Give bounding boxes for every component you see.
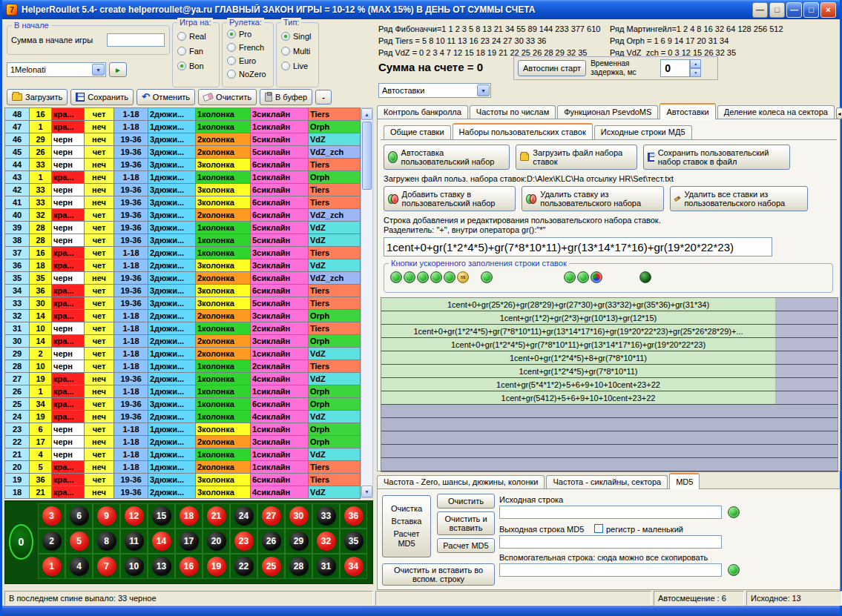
table-row[interactable]: 431кра...неч1-181дюжи...1колонка1сиклайн… (5, 171, 361, 184)
table-row[interactable]: 2719кра...неч19-362дюжи...1колонка4сикла… (5, 373, 361, 385)
quick-chip-button[interactable] (591, 271, 602, 283)
board-number-22[interactable]: 22 (230, 554, 257, 579)
table-row[interactable]: 236чернчет1-181дюжи...3колонка1сиклайнOr… (5, 423, 361, 436)
collapse-button[interactable]: - (315, 90, 332, 105)
board-number-5[interactable]: 5 (65, 529, 93, 554)
table-row[interactable]: 3716кра...чет1-182дюжи...1колонка3сиклай… (5, 247, 361, 259)
board-number-25[interactable]: 25 (257, 554, 285, 579)
md5-aux-input[interactable] (499, 563, 722, 577)
radio-nozero[interactable]: NoZero (227, 70, 266, 79)
board-number-6[interactable]: 6 (65, 503, 93, 529)
tab-md5-source-strings[interactable]: Исходные строки МД5 (594, 125, 692, 139)
tab-general-bets[interactable]: Общие ставки (384, 125, 451, 139)
spinner-up-icon[interactable]: ▲ (690, 59, 701, 68)
table-row[interactable]: 2534кра...чет19-363дюжи...1колонка6сикла… (5, 398, 361, 411)
board-number-4[interactable]: 4 (65, 554, 93, 579)
table-row[interactable]: 1936кра...чет19-363дюжи...3колонка6сикла… (5, 474, 361, 486)
tab-freq-sixlines-sectors[interactable]: Частота - сиклайны, сектора (546, 475, 668, 489)
md5-source-input[interactable] (499, 506, 722, 519)
table-row[interactable]: 3535черннеч19-363дюжи...2колонка6сиклайн… (5, 272, 361, 285)
table-row[interactable]: 4629черннеч19-363дюжи...2колонка5сиклайн… (5, 133, 361, 146)
board-number-8[interactable]: 8 (93, 529, 120, 554)
table-row[interactable]: 471кра...неч1-181дюжи...1колонка1сиклайн… (5, 121, 361, 133)
table-row[interactable]: 4433черннеч19-363дюжи...3колонка6сиклайн… (5, 159, 361, 171)
delay-spinner[interactable]: 0 ▲ ▼ (660, 59, 701, 77)
bet-list-item[interactable]: 1cent+0+gr(1*2*4*5)+8+gr(7*8*10*11) (381, 351, 838, 365)
table-row[interactable]: 3214кра...чет1-182дюжи...2колонка3сиклай… (5, 310, 361, 322)
board-number-18[interactable]: 18 (175, 503, 203, 529)
board-number-17[interactable]: 17 (175, 529, 203, 554)
autobets-combo[interactable]: Автоставки ▼ (378, 83, 491, 98)
board-number-16[interactable]: 16 (175, 554, 203, 579)
autospin-start-button[interactable]: Автоспин старт (518, 60, 586, 76)
bet-list-item[interactable]: 1cent+0+gr(1*2*4*5)+gr(7*8*10*11)+gr(13*… (381, 338, 838, 351)
board-number-12[interactable]: 12 (120, 503, 148, 529)
load-button[interactable]: Загрузить (7, 89, 68, 105)
table-row[interactable]: 3618кра...чет1-182дюжи...3колонка3сиклай… (5, 259, 361, 272)
table-row[interactable]: 3014кра...чет1-182дюжи...2колонка3сиклай… (5, 335, 361, 348)
save-bet-file-button[interactable]: Сохранить пользовательский набор ставок … (643, 145, 790, 170)
quick-chip-button[interactable] (481, 271, 493, 283)
md5-lowercase-checkbox[interactable] (594, 524, 603, 533)
quick-chip-button[interactable] (417, 271, 429, 283)
bet-string-input[interactable] (384, 237, 772, 256)
table-row[interactable]: 292чернчет1-181дюжи...2колонка1сиклайнVd… (5, 348, 361, 360)
scroll-up-icon[interactable]: ▲ (361, 108, 372, 120)
add-bet-button[interactable]: Добавить ставку в пользовательский набор (384, 186, 516, 211)
table-row[interactable]: 2419кра...неч19-362дюжи...1колонка4сикла… (5, 411, 361, 423)
board-number-2[interactable]: 2 (38, 529, 65, 554)
quick-chip-button[interactable] (639, 271, 651, 283)
table-row[interactable]: 3110чернчет1-181дюжи...1колонка2сиклайнT… (5, 322, 361, 335)
quick-chip-button[interactable] (577, 271, 589, 283)
play-button[interactable]: ► (109, 62, 127, 77)
save-button[interactable]: Сохранить (70, 89, 134, 105)
board-number-21[interactable]: 21 (203, 503, 230, 529)
radio-euro[interactable]: Euro (227, 56, 256, 65)
quick-chip-button[interactable] (430, 271, 442, 283)
minimize-button[interactable]: — (786, 2, 802, 18)
table-row[interactable]: 4816кра...чет1-182дюжи...1колонка3сиклай… (5, 108, 361, 121)
bet-list-item[interactable]: 1cent+gr(5*4*1*2)+5+6+9+10+10cent+23+22 (381, 378, 838, 391)
bet-list-item[interactable]: 1cent+gr(1*2*4*5)+gr(7*8*10*11) (381, 365, 838, 378)
md5-clear-button[interactable]: Очистить (437, 494, 495, 509)
scrollbar-thumb[interactable] (362, 122, 372, 190)
table-row[interactable]: 4526чернчет19-363дюжи...2колонка5сиклайн… (5, 146, 361, 159)
board-number-9[interactable]: 9 (93, 503, 120, 529)
radio-bon[interactable]: Bon (177, 62, 204, 70)
md5-clear-paste-button[interactable]: Очистить и вставить (437, 511, 495, 535)
board-number-33[interactable]: 33 (312, 503, 340, 529)
board-number-29[interactable]: 29 (285, 529, 312, 554)
tab-bankroll-control[interactable]: Контроль банкролла (377, 105, 468, 119)
scroll-down-icon[interactable]: ▼ (361, 486, 372, 497)
autobet-user-set-button[interactable]: Автоставка пользовательский набор (384, 145, 510, 170)
spinner-down-icon[interactable]: ▼ (690, 68, 701, 77)
start-sum-input[interactable] (107, 33, 165, 47)
clear-button[interactable]: Очистить (198, 89, 257, 105)
board-number-36[interactable]: 36 (340, 503, 367, 529)
delete-bet-button[interactable]: Удалить ставку из пользовательского набо… (522, 186, 664, 211)
radio-live[interactable]: Live (281, 62, 308, 70)
delay-value[interactable]: 0 (660, 59, 690, 77)
md5-output-input[interactable] (499, 535, 722, 549)
table-row[interactable]: 3330кра...чет19-363дюжи...3колонка5сикла… (5, 297, 361, 310)
tab-freq-zero-chances[interactable]: Частота - Zero, шансы, дюжины, колонки (377, 475, 545, 489)
board-number-0[interactable]: 0 (9, 524, 33, 560)
table-row[interactable]: 4233черннеч19-363дюжи...3колонка6сиклайн… (5, 184, 361, 196)
table-row[interactable]: 3436кра...чет19-363дюжи...3колонка6сикла… (5, 285, 361, 297)
bet-list-item[interactable]: 1cent+gr(5412)+5+6+9+10+10cent+23+22 (381, 391, 838, 405)
radio-french[interactable]: French (227, 43, 264, 52)
table-row[interactable]: 2810чернчет1-181дюжи...1колонка2сиклайнT… (5, 360, 361, 373)
quick-chip-button[interactable] (390, 271, 402, 283)
board-number-1[interactable]: 1 (38, 554, 65, 579)
table-row[interactable]: 2217черннеч1-182дюжи...2колонка3сиклайнO… (5, 436, 361, 448)
delete-all-bets-button[interactable]: Удалить все ставки из пользовательского … (670, 186, 808, 211)
quick-chip-button[interactable]: 5$ (457, 271, 469, 283)
board-number-11[interactable]: 11 (120, 529, 148, 554)
bet-list-item[interactable]: 1cent+0+gr(25*26)+gr(28*29)+gr(27*30)+gr… (381, 298, 838, 311)
tab-autobets[interactable]: Автоставки (660, 103, 715, 119)
board-number-26[interactable]: 26 (257, 529, 285, 554)
board-number-10[interactable]: 10 (120, 554, 148, 579)
undo-button[interactable]: ↶Отменить (137, 89, 195, 105)
table-row[interactable]: 214чернчет1-181дюжи...1колонка1сиклайнVd… (5, 448, 361, 461)
table-row[interactable]: 205кра...неч1-181дюжи...2колонка1сиклайн… (5, 461, 361, 474)
